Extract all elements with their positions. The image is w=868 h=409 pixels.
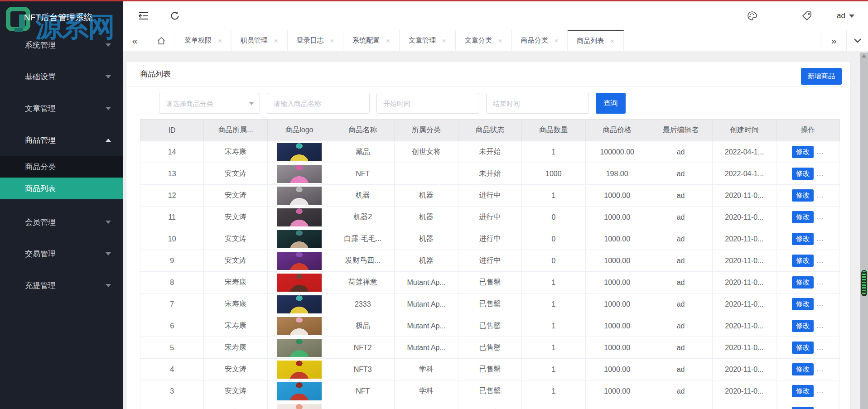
actions-cell: 修改...	[776, 250, 839, 272]
column-header: 操作	[776, 120, 839, 141]
sidebar-item[interactable]: 基础设置	[0, 61, 123, 92]
more-actions-icon[interactable]: ...	[816, 365, 824, 373]
more-actions-icon[interactable]: ...	[816, 300, 824, 308]
edit-button[interactable]: 修改	[792, 168, 814, 180]
cell-created: 2020-11-0...	[713, 294, 776, 315]
start-time-input[interactable]	[376, 93, 479, 114]
more-actions-icon[interactable]: ...	[816, 343, 824, 351]
tab-item[interactable]: 系统配置×	[343, 30, 400, 51]
tab-close-icon[interactable]: ×	[330, 37, 334, 44]
sidebar-item[interactable]: 交易管理	[0, 238, 123, 269]
collapse-menu-icon[interactable]	[138, 11, 149, 20]
cell-qty: 1	[522, 294, 585, 315]
more-actions-icon[interactable]: ...	[816, 278, 824, 286]
edit-button[interactable]: 修改	[792, 385, 814, 397]
home-tab-icon[interactable]	[147, 30, 175, 51]
tag-icon[interactable]	[802, 11, 812, 21]
sidebar-item[interactable]: 文章管理	[0, 92, 123, 124]
cell-created: 2022-04-1...	[713, 163, 776, 185]
edit-button[interactable]: 修改	[792, 255, 814, 267]
cell-name: 藏品	[331, 141, 395, 163]
cell-status: 已售罄	[458, 380, 521, 402]
cell-price: 1000.00	[585, 250, 649, 272]
edit-button[interactable]: 修改	[792, 276, 814, 289]
product-logo-image	[277, 208, 322, 226]
top-toolbar: ad	[123, 1, 868, 30]
cell-created: 2020-11-0...	[713, 272, 776, 294]
table-row: 5宋寿康NFT2Mutant Ap...已售罄11000.00ad2020-11…	[140, 337, 840, 359]
cell-id: 13	[140, 163, 204, 185]
edit-button[interactable]: 修改	[792, 189, 814, 202]
cell-owner: 安文涛	[204, 402, 267, 409]
cell-category: 机器	[395, 185, 458, 207]
cell-editor: ad	[649, 337, 712, 359]
tab-item[interactable]: 商品分类×	[512, 30, 568, 51]
user-menu[interactable]: ad	[837, 11, 854, 20]
sidebar-menu: 系统管理基础设置文章管理商品管理商品分类商品列表会员管理交易管理充提管理	[0, 29, 123, 301]
edit-button[interactable]: 修改	[792, 342, 814, 354]
edit-button[interactable]: 修改	[792, 146, 814, 158]
tab-close-icon[interactable]: ×	[274, 37, 278, 44]
sidebar-item[interactable]: 商品管理	[0, 124, 123, 156]
refresh-icon[interactable]	[170, 11, 180, 21]
tab-item[interactable]: 职员管理×	[231, 30, 288, 51]
more-actions-icon[interactable]: ...	[816, 213, 824, 221]
more-actions-icon[interactable]: ...	[816, 191, 824, 199]
more-actions-icon[interactable]: ...	[816, 256, 824, 264]
tab-close-icon[interactable]: ×	[386, 37, 390, 44]
tab-item[interactable]: 文章管理×	[400, 30, 456, 51]
cell-status: 已售罄	[458, 315, 521, 337]
end-time-input[interactable]	[486, 93, 589, 114]
tab-close-icon[interactable]: ×	[610, 37, 614, 45]
sidebar-subitem[interactable]: 商品列表	[0, 178, 123, 199]
tab-item[interactable]: 文章分类×	[456, 30, 512, 51]
theme-palette-icon[interactable]	[747, 11, 757, 21]
edit-button[interactable]: 修改	[792, 363, 814, 375]
more-actions-icon[interactable]: ...	[816, 322, 824, 329]
actions-cell: 修改...	[776, 141, 839, 163]
cell-created: 2020-11-0...	[713, 337, 776, 359]
cell-status: 已售罄	[458, 272, 521, 294]
tab-close-icon[interactable]: ×	[218, 37, 222, 44]
more-actions-icon[interactable]: ...	[816, 235, 824, 242]
sidebar-item[interactable]: 会员管理	[0, 206, 123, 238]
tabs-dropdown-icon[interactable]	[846, 30, 868, 51]
more-actions-icon[interactable]: ...	[816, 148, 824, 155]
edit-button[interactable]: 修改	[792, 233, 814, 245]
scrollbar-thumb[interactable]	[861, 270, 867, 296]
vertical-scrollbar[interactable]	[860, 53, 868, 409]
tab-item[interactable]: 菜单权限×	[175, 30, 231, 51]
table-row: 9安文涛发财鸟四...机器进行中01000.00ad2020-11-0...修改…	[140, 250, 840, 272]
sidebar-item-label: 充提管理	[25, 280, 56, 291]
sidebar-item[interactable]: 充提管理	[0, 269, 123, 301]
sidebar-item-label: 基础设置	[25, 72, 56, 82]
edit-button[interactable]: 修改	[792, 211, 814, 223]
category-select-input[interactable]	[159, 93, 260, 114]
cell-editor: ad	[649, 315, 712, 337]
actions-cell: 修改...	[776, 207, 839, 228]
search-button[interactable]: 查询	[596, 93, 626, 114]
more-actions-icon[interactable]: ...	[816, 169, 824, 177]
product-name-input[interactable]	[267, 93, 370, 114]
sidebar-subitem[interactable]: 商品分类	[0, 156, 123, 178]
tabs-scroll-right-icon[interactable]: »	[821, 30, 846, 51]
edit-button[interactable]: 修改	[792, 407, 814, 409]
tab-close-icon[interactable]: ×	[498, 37, 502, 44]
tab-close-icon[interactable]: ×	[555, 37, 559, 44]
cell-category: 学科	[395, 402, 458, 409]
more-actions-icon[interactable]: ...	[816, 387, 824, 395]
sidebar-item[interactable]: 系统管理	[0, 29, 123, 61]
cell-editor: ad	[649, 163, 712, 185]
tab-close-icon[interactable]: ×	[442, 37, 446, 44]
category-select[interactable]	[159, 93, 260, 114]
cell-editor: ad	[649, 207, 712, 228]
tab-item[interactable]: 商品列表×	[568, 30, 624, 51]
cell-owner: 安文涛	[204, 228, 267, 250]
edit-button[interactable]: 修改	[792, 298, 814, 310]
tabs-scroll-left-icon[interactable]: «	[123, 30, 147, 51]
edit-button[interactable]: 修改	[792, 320, 814, 332]
add-product-button[interactable]: 新增商品	[801, 68, 842, 85]
scrollbar-up-arrow-icon[interactable]	[862, 54, 866, 58]
tab-item[interactable]: 登录日志×	[288, 30, 344, 51]
cell-qty: 1	[522, 380, 585, 402]
